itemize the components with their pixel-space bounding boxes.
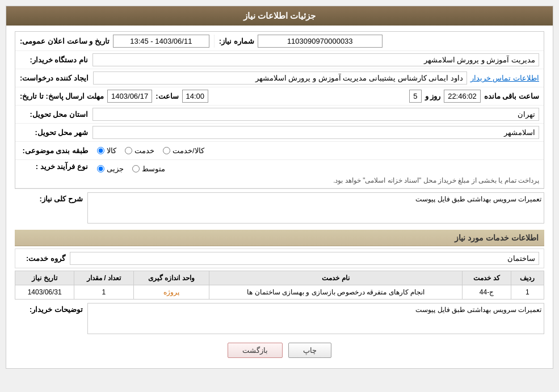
process-mutawassit[interactable]: متوسط: [132, 165, 165, 173]
buyer-notes-textarea[interactable]: [87, 303, 544, 334]
col-row-num: ردیف: [511, 271, 544, 285]
buyer-org-label: نام دستگاه خریدار:: [20, 56, 88, 64]
cell-need-date: 1403/06/31: [15, 285, 74, 300]
cell-quantity: 1: [74, 285, 133, 300]
remaining-days-value: 5: [409, 90, 421, 103]
col-quantity: تعداد / مقدار: [74, 271, 133, 285]
cell-unit: پروژه: [133, 285, 209, 300]
print-button[interactable]: چاپ: [288, 343, 331, 358]
category-kala[interactable]: کالا: [97, 146, 116, 155]
process-description: پرداخت تمام یا بخشی از مبلغ خریداز محل "…: [93, 175, 539, 186]
announce-datetime-label: تاریخ و ساعت اعلان عمومی:: [20, 37, 110, 45]
col-need-date: تاریخ نیاز: [15, 271, 74, 285]
col-unit: واحد اندازه گیری: [133, 271, 209, 285]
city-label: شهر محل تحویل:: [20, 128, 88, 137]
category-kala-khidmat[interactable]: کالا/خدمت: [163, 146, 204, 155]
cell-service-code: ج-44: [463, 285, 511, 300]
service-group-label: گروه خدمت:: [20, 254, 65, 263]
buyer-org-input[interactable]: [93, 53, 539, 66]
need-description-textarea[interactable]: [87, 192, 544, 224]
cell-row-num: 1: [511, 285, 544, 300]
category-khidmat[interactable]: خدمت: [125, 146, 154, 155]
page-title: جزئیات اطلاعات نیاز: [6, 6, 553, 26]
city-input: [93, 126, 539, 139]
service-group-input: [70, 252, 539, 265]
process-jozi[interactable]: جزیی: [97, 165, 124, 173]
buyer-notes-label: توضیحات خریدار:: [15, 303, 83, 314]
services-table: ردیف کد خدمت نام خدمت واحد اندازه گیری ت…: [15, 271, 544, 300]
remaining-time-value: 22:46:02: [444, 90, 481, 103]
announce-datetime-value: 1403/06/11 - 13:45: [113, 35, 209, 48]
cell-service-name: انجام کارهای متفرقه درخصوص بازسازی و بهس…: [209, 285, 463, 300]
need-number-value: 1103090970000033: [258, 35, 383, 48]
remaining-time-label: ساعت باقی مانده: [484, 92, 539, 100]
col-service-name: نام خدمت: [209, 271, 463, 285]
creator-label: ایجاد کننده درخواست:: [20, 74, 89, 82]
process-type-label: نوع فرآیند خرید :: [20, 162, 88, 171]
need-description-label: شرح کلی نیاز:: [15, 192, 83, 203]
reply-deadline-label: مهلت ارسال پاسخ: تا تاریخ:: [20, 92, 104, 100]
contact-link[interactable]: اطلاعات تماس خریدار: [470, 74, 539, 82]
reply-time-value: 14:00: [182, 90, 209, 103]
back-button[interactable]: بازگشت: [228, 343, 283, 358]
province-input: [93, 108, 539, 121]
reply-date-value: 1403/06/17: [107, 90, 152, 103]
reply-time-label: ساعت:: [155, 92, 178, 100]
remaining-days-label: روز و: [425, 92, 441, 100]
category-label: طبقه بندی موضوعی:: [20, 146, 88, 155]
services-section-title: اطلاعات خدمات مورد نیاز: [15, 230, 544, 246]
table-row: 1 ج-44 انجام کارهای متفرقه درخصوص بازساز…: [15, 285, 544, 300]
need-number-label: شماره نیاز:: [219, 37, 254, 45]
province-label: استان محل تحویل:: [20, 110, 88, 119]
col-service-code: کد خدمت: [463, 271, 511, 285]
creator-input: [93, 71, 467, 85]
